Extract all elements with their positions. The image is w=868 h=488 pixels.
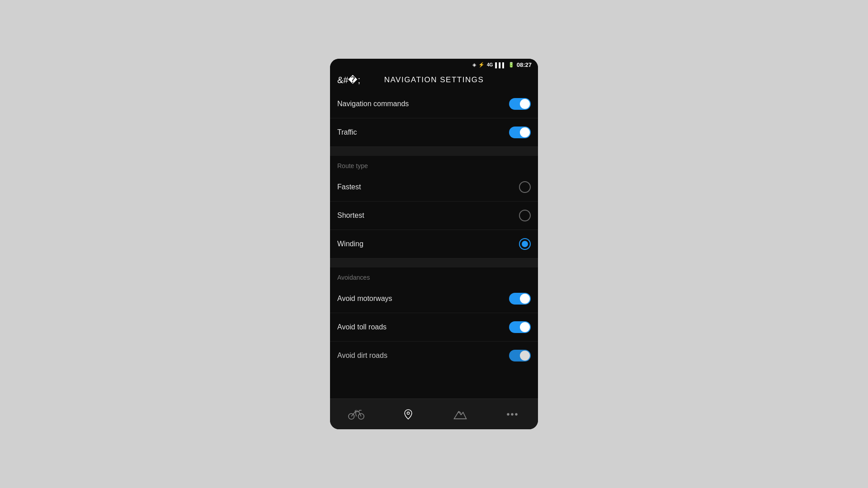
signal-icon: ▌▌▌ xyxy=(495,62,505,68)
svg-point-3 xyxy=(407,412,409,414)
winding-radio[interactable] xyxy=(519,238,531,250)
mountain-icon xyxy=(452,408,468,421)
more-icon xyxy=(504,408,520,421)
traffic-label: Traffic xyxy=(337,128,357,136)
fastest-label: Fastest xyxy=(337,183,361,191)
toggle-knob xyxy=(520,322,530,332)
avoid-motorways-toggle[interactable] xyxy=(509,293,531,305)
nav-item-more[interactable] xyxy=(486,399,538,429)
status-time: 08:27 xyxy=(517,61,532,68)
nav-item-bike[interactable] xyxy=(330,399,382,429)
4g-icon: 4G xyxy=(487,62,493,67)
battery-icon: 🔋 xyxy=(508,62,514,68)
avoid-toll-roads-row: Avoid toll roads xyxy=(330,313,538,342)
navigation-commands-toggle[interactable] xyxy=(509,98,531,110)
fastest-radio[interactable] xyxy=(519,181,531,193)
svg-point-5 xyxy=(511,413,513,415)
section-gap-1 xyxy=(330,147,538,156)
toggle-knob xyxy=(520,294,530,304)
route-type-section-label: Route type xyxy=(330,156,538,173)
map-icon xyxy=(400,408,416,421)
traffic-row: Traffic xyxy=(330,118,538,147)
fastest-row[interactable]: Fastest xyxy=(330,173,538,202)
shortest-radio[interactable] xyxy=(519,210,531,221)
avoid-dirt-roads-row: Avoid dirt roads xyxy=(330,342,538,370)
winding-row[interactable]: Winding xyxy=(330,230,538,258)
traffic-toggle[interactable] xyxy=(509,127,531,138)
bike-icon xyxy=(348,408,364,421)
section-gap-2 xyxy=(330,258,538,267)
avoid-motorways-row: Avoid motorways xyxy=(330,285,538,313)
header: &#�; NAVIGATION SETTINGS xyxy=(330,70,538,90)
svg-point-4 xyxy=(507,413,509,415)
navigation-commands-row: Navigation commands xyxy=(330,90,538,118)
status-icons: ◈ ⚡ 4G ▌▌▌ 🔋 08:27 xyxy=(472,61,532,68)
toggle-knob xyxy=(520,99,530,109)
toggle-knob xyxy=(520,351,530,361)
status-bar: ◈ ⚡ 4G ▌▌▌ 🔋 08:27 xyxy=(330,59,538,70)
svg-point-6 xyxy=(515,413,517,415)
shortest-label: Shortest xyxy=(337,211,364,220)
nav-item-map[interactable] xyxy=(382,399,434,429)
avoid-dirt-roads-toggle[interactable] xyxy=(509,350,531,361)
content-area: Navigation commands Traffic Route type F… xyxy=(330,90,538,399)
toggle-knob xyxy=(520,127,530,137)
location-icon: ◈ xyxy=(472,62,476,68)
avoid-motorways-label: Avoid motorways xyxy=(337,295,392,303)
avoid-toll-roads-toggle[interactable] xyxy=(509,321,531,333)
winding-label: Winding xyxy=(337,240,363,248)
bluetooth-icon: ⚡ xyxy=(478,62,485,68)
bottom-navigation xyxy=(330,399,538,429)
shortest-row[interactable]: Shortest xyxy=(330,202,538,230)
avoid-dirt-roads-label: Avoid dirt roads xyxy=(337,352,387,360)
avoid-toll-roads-label: Avoid toll roads xyxy=(337,323,387,331)
nav-item-mountain[interactable] xyxy=(434,399,486,429)
back-button[interactable]: &#�; xyxy=(337,75,360,85)
page-title: NAVIGATION SETTINGS xyxy=(384,75,484,84)
phone-frame: ◈ ⚡ 4G ▌▌▌ 🔋 08:27 &#�; NAVIGATION SETTI… xyxy=(330,59,538,429)
navigation-commands-label: Navigation commands xyxy=(337,100,409,108)
avoidances-section-label: Avoidances xyxy=(330,267,538,285)
